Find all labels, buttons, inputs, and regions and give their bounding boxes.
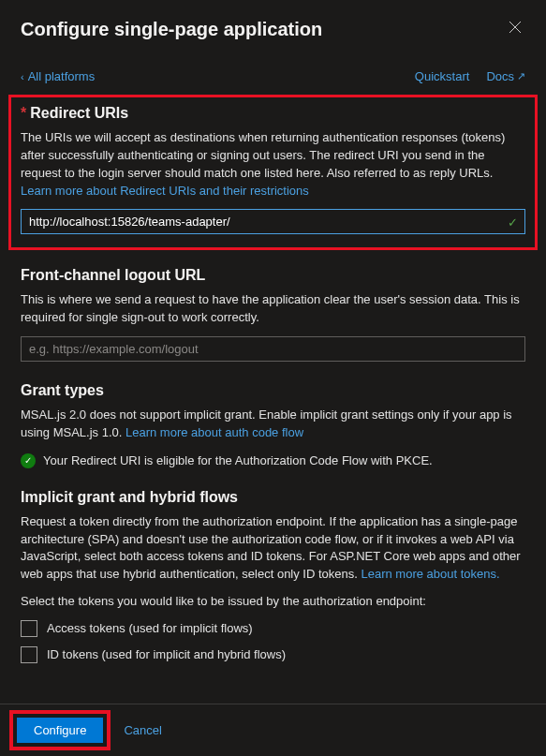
implicit-grant-section: Implicit grant and hybrid flows Request …: [21, 489, 525, 663]
front-channel-logout-input[interactable]: [21, 336, 525, 362]
front-channel-desc: This is where we send a request to have …: [21, 291, 525, 327]
redirect-uri-input[interactable]: [21, 209, 525, 234]
implicit-grant-desc: Request a token directly from the author…: [21, 513, 525, 584]
redirect-uris-desc: The URIs we will accept as destinations …: [21, 129, 525, 200]
access-tokens-label: Access tokens (used for implicit flows): [47, 621, 253, 635]
back-all-platforms-link[interactable]: ‹ All platforms: [21, 69, 95, 83]
token-select-desc: Select the tokens you would like to be i…: [21, 593, 525, 611]
success-icon: ✓: [21, 453, 36, 468]
grant-types-title: Grant types: [21, 382, 525, 399]
redirect-learn-more-link[interactable]: Learn more about Redirect URIs and their…: [21, 184, 309, 198]
check-icon: ✓: [508, 215, 518, 229]
configure-button[interactable]: Configure: [17, 718, 103, 743]
quickstart-link[interactable]: Quickstart: [415, 69, 470, 83]
docs-link-label: Docs: [486, 69, 514, 83]
access-tokens-checkbox[interactable]: [21, 620, 37, 637]
auth-code-flow-link[interactable]: Learn more about auth code flow: [125, 425, 303, 439]
redirect-uris-title: *Redirect URIs: [21, 105, 525, 122]
cancel-button[interactable]: Cancel: [120, 718, 165, 743]
external-link-icon: ↗: [517, 70, 525, 82]
id-tokens-checkbox[interactable]: [21, 646, 37, 663]
front-channel-section: Front-channel logout URL This is where w…: [21, 267, 525, 362]
close-icon: [509, 21, 522, 34]
grant-types-desc: MSAL.js 2.0 does not support implicit gr…: [21, 407, 525, 442]
back-link-label: All platforms: [28, 69, 96, 83]
close-button[interactable]: [505, 17, 525, 41]
chevron-left-icon: ‹: [21, 71, 24, 82]
pkce-status-row: ✓ Your Redirect URI is eligible for the …: [21, 453, 525, 468]
front-channel-title: Front-channel logout URL: [21, 267, 525, 284]
footer-bar: Configure Cancel: [0, 704, 546, 756]
pkce-status-text: Your Redirect URI is eligible for the Au…: [43, 453, 433, 467]
grant-types-section: Grant types MSAL.js 2.0 does not support…: [21, 382, 525, 468]
configure-highlight: Configure: [9, 710, 111, 750]
page-title: Configure single-page application: [21, 19, 322, 40]
required-indicator: *: [21, 105, 26, 121]
id-tokens-label: ID tokens (used for implicit and hybrid …: [47, 647, 286, 661]
redirect-uris-section: *Redirect URIs The URIs we will accept a…: [8, 95, 538, 250]
tokens-learn-more-link[interactable]: Learn more about tokens.: [362, 567, 500, 581]
docs-link[interactable]: Docs ↗: [486, 69, 525, 83]
implicit-grant-title: Implicit grant and hybrid flows: [21, 489, 525, 506]
